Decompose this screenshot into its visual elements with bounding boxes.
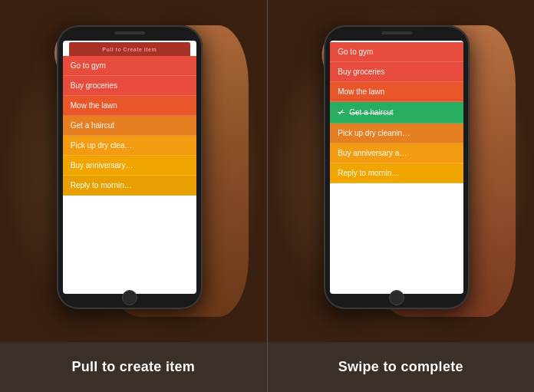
checkmark-icon: ✓ — [338, 107, 344, 117]
list-item: Go to gym — [63, 56, 196, 76]
caption-bar: Pull to create item Swipe to complete — [0, 342, 534, 392]
item-text: Go to gym — [338, 48, 373, 56]
main-area: Pull to Create Item Go to gym Buy grocer… — [0, 0, 534, 342]
list-item: Pick up dry cleanin… — [330, 124, 463, 143]
item-text: Get a haircut — [71, 121, 114, 130]
left-caption-text: Pull to create item — [71, 359, 195, 375]
list-item: Reply to mornin… — [330, 163, 463, 183]
pull-indicator: Pull to Create Item — [69, 42, 190, 56]
item-text: Go to gym — [71, 61, 106, 70]
pull-header-text: Pull to Create Item — [102, 47, 157, 52]
list-item: Get a haircut — [63, 116, 196, 136]
item-text: Buy groceries — [338, 68, 384, 76]
right-home-button — [389, 290, 404, 305]
item-text: Buy groceries — [71, 81, 117, 90]
left-phone-frame: Pull to Create Item Go to gym Buy grocer… — [57, 25, 203, 309]
right-phone-frame: Go to gym Buy groceries Mow the lawn ✓ G… — [324, 25, 470, 309]
list-item: Buy anniversary… — [63, 156, 196, 176]
list-item: Mow the lawn — [330, 82, 463, 102]
item-text: Pick up dry clea… — [71, 141, 133, 150]
right-section: Go to gym Buy groceries Mow the lawn ✓ G… — [268, 0, 535, 342]
left-section: Pull to Create Item Go to gym Buy grocer… — [0, 0, 267, 342]
right-caption-item: Swipe to complete — [268, 342, 535, 392]
left-phone-wrapper: Pull to Create Item Go to gym Buy grocer… — [57, 25, 210, 317]
list-item: Go to gym — [330, 42, 463, 62]
left-caption-item: Pull to create item — [0, 342, 268, 392]
item-text: Get a haircut — [349, 108, 393, 117]
item-text: Mow the lawn — [338, 87, 384, 96]
left-phone-screen: Pull to Create Item Go to gym Buy grocer… — [63, 41, 196, 294]
list-item: Pick up dry clea… — [63, 136, 196, 156]
list-item: Reply to mornin… — [63, 176, 196, 196]
right-phone-screen: Go to gym Buy groceries Mow the lawn ✓ G… — [330, 41, 463, 294]
list-item: Buy groceries — [330, 62, 463, 82]
item-text: Buy anniversary a… — [338, 149, 407, 157]
list-item: Buy groceries — [63, 76, 196, 96]
left-speaker — [114, 31, 145, 35]
item-text: Reply to mornin… — [338, 169, 399, 177]
list-item: Buy anniversary a… — [330, 143, 463, 163]
list-item: Mow the lawn — [63, 96, 196, 116]
right-caption-text: Swipe to complete — [338, 359, 463, 375]
item-text: Pick up dry cleanin… — [338, 129, 410, 137]
item-text: Reply to mornin… — [71, 181, 132, 189]
right-speaker — [381, 31, 412, 35]
item-text: Buy anniversary… — [71, 161, 134, 170]
list-item-completed: ✓ Get a haircut — [330, 102, 463, 124]
left-home-button — [122, 290, 137, 305]
right-phone-wrapper: Go to gym Buy groceries Mow the lawn ✓ G… — [324, 25, 477, 317]
item-text: Mow the lawn — [71, 101, 117, 110]
